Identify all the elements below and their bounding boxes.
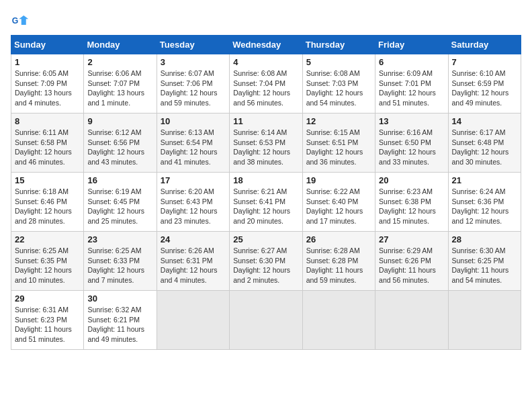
day-info: Sunrise: 6:05 AM Sunset: 7:09 PM Dayligh… <box>15 68 80 108</box>
day-info: Sunrise: 6:12 AM Sunset: 6:56 PM Dayligh… <box>87 128 152 167</box>
header-thursday: Thursday <box>302 36 375 54</box>
day-info: Sunrise: 6:29 AM Sunset: 6:26 PM Dayligh… <box>379 246 444 285</box>
day-cell: 15 Sunrise: 6:18 AM Sunset: 6:46 PM Dayl… <box>11 173 84 232</box>
day-info: Sunrise: 6:18 AM Sunset: 6:46 PM Dayligh… <box>15 187 80 226</box>
day-number: 10 <box>161 116 226 126</box>
day-number: 20 <box>379 175 444 185</box>
day-cell <box>230 291 302 350</box>
week-row-3: 15 Sunrise: 6:18 AM Sunset: 6:46 PM Dayl… <box>11 173 521 232</box>
day-cell: 6 Sunrise: 6:09 AM Sunset: 7:01 PM Dayli… <box>375 54 448 113</box>
day-cell: 21 Sunrise: 6:24 AM Sunset: 6:36 PM Dayl… <box>448 173 521 232</box>
day-number: 11 <box>233 116 298 126</box>
day-info: Sunrise: 6:08 AM Sunset: 7:03 PM Dayligh… <box>306 68 371 108</box>
day-cell: 3 Sunrise: 6:07 AM Sunset: 7:06 PM Dayli… <box>157 54 229 113</box>
day-cell: 14 Sunrise: 6:17 AM Sunset: 6:48 PM Dayl… <box>448 113 521 173</box>
day-info: Sunrise: 6:23 AM Sunset: 6:38 PM Dayligh… <box>379 187 444 226</box>
day-cell: 13 Sunrise: 6:16 AM Sunset: 6:50 PM Dayl… <box>375 113 448 173</box>
header-friday: Friday <box>375 36 448 54</box>
day-cell: 25 Sunrise: 6:27 AM Sunset: 6:30 PM Dayl… <box>230 232 302 291</box>
day-cell: 18 Sunrise: 6:21 AM Sunset: 6:41 PM Dayl… <box>230 173 302 232</box>
day-cell: 20 Sunrise: 6:23 AM Sunset: 6:38 PM Dayl… <box>375 173 448 232</box>
day-number: 22 <box>15 234 80 244</box>
day-info: Sunrise: 6:14 AM Sunset: 6:53 PM Dayligh… <box>233 128 298 167</box>
day-info: Sunrise: 6:15 AM Sunset: 6:51 PM Dayligh… <box>306 128 371 167</box>
day-cell: 19 Sunrise: 6:22 AM Sunset: 6:40 PM Dayl… <box>302 173 375 232</box>
day-number: 4 <box>233 57 298 67</box>
day-info: Sunrise: 6:19 AM Sunset: 6:45 PM Dayligh… <box>87 187 152 226</box>
day-number: 23 <box>87 234 152 244</box>
day-number: 15 <box>15 175 80 185</box>
day-number: 7 <box>452 57 517 67</box>
day-info: Sunrise: 6:11 AM Sunset: 6:58 PM Dayligh… <box>15 128 80 167</box>
day-cell <box>157 291 229 350</box>
day-cell: 8 Sunrise: 6:11 AM Sunset: 6:58 PM Dayli… <box>11 113 84 173</box>
day-cell: 2 Sunrise: 6:06 AM Sunset: 7:07 PM Dayli… <box>84 54 157 113</box>
logo: G <box>11 11 32 30</box>
day-number: 5 <box>306 57 371 67</box>
day-number: 6 <box>379 57 444 67</box>
header-wednesday: Wednesday <box>230 36 302 54</box>
day-cell: 22 Sunrise: 6:25 AM Sunset: 6:35 PM Dayl… <box>11 232 84 291</box>
day-number: 9 <box>87 116 152 126</box>
day-cell: 29 Sunrise: 6:31 AM Sunset: 6:23 PM Dayl… <box>11 291 84 350</box>
day-number: 24 <box>161 234 226 244</box>
logo-icon: G <box>11 11 30 30</box>
day-cell: 10 Sunrise: 6:13 AM Sunset: 6:54 PM Dayl… <box>157 113 229 173</box>
day-cell <box>448 291 521 350</box>
day-cell: 23 Sunrise: 6:25 AM Sunset: 6:33 PM Dayl… <box>84 232 157 291</box>
day-info: Sunrise: 6:17 AM Sunset: 6:48 PM Dayligh… <box>452 128 517 167</box>
day-info: Sunrise: 6:26 AM Sunset: 6:31 PM Dayligh… <box>161 246 226 285</box>
day-number: 8 <box>15 116 80 126</box>
day-number: 25 <box>233 234 298 244</box>
day-info: Sunrise: 6:25 AM Sunset: 6:33 PM Dayligh… <box>87 246 152 285</box>
day-number: 27 <box>379 234 444 244</box>
week-row-2: 8 Sunrise: 6:11 AM Sunset: 6:58 PM Dayli… <box>11 113 521 173</box>
day-number: 28 <box>452 234 517 244</box>
week-row-1: 1 Sunrise: 6:05 AM Sunset: 7:09 PM Dayli… <box>11 54 521 113</box>
day-number: 26 <box>306 234 371 244</box>
header-saturday: Saturday <box>448 36 521 54</box>
day-info: Sunrise: 6:24 AM Sunset: 6:36 PM Dayligh… <box>452 187 517 226</box>
day-cell: 16 Sunrise: 6:19 AM Sunset: 6:45 PM Dayl… <box>84 173 157 232</box>
header-monday: Monday <box>84 36 157 54</box>
day-number: 14 <box>452 116 517 126</box>
day-info: Sunrise: 6:06 AM Sunset: 7:07 PM Dayligh… <box>87 68 152 108</box>
day-cell: 17 Sunrise: 6:20 AM Sunset: 6:43 PM Dayl… <box>157 173 229 232</box>
day-number: 13 <box>379 116 444 126</box>
day-info: Sunrise: 6:25 AM Sunset: 6:35 PM Dayligh… <box>15 246 80 285</box>
day-info: Sunrise: 6:20 AM Sunset: 6:43 PM Dayligh… <box>161 187 226 226</box>
day-info: Sunrise: 6:30 AM Sunset: 6:25 PM Dayligh… <box>452 246 517 285</box>
header-sunday: Sunday <box>11 36 84 54</box>
day-cell <box>302 291 375 350</box>
day-info: Sunrise: 6:10 AM Sunset: 6:59 PM Dayligh… <box>452 68 517 108</box>
day-cell: 30 Sunrise: 6:32 AM Sunset: 6:21 PM Dayl… <box>84 291 157 350</box>
day-info: Sunrise: 6:16 AM Sunset: 6:50 PM Dayligh… <box>379 128 444 167</box>
day-info: Sunrise: 6:08 AM Sunset: 7:04 PM Dayligh… <box>233 68 298 108</box>
page-header: G <box>11 11 521 30</box>
svg-marker-1 <box>19 15 28 25</box>
week-row-4: 22 Sunrise: 6:25 AM Sunset: 6:35 PM Dayl… <box>11 232 521 291</box>
svg-text:G: G <box>12 16 19 26</box>
day-number: 12 <box>306 116 371 126</box>
day-number: 21 <box>452 175 517 185</box>
day-number: 18 <box>233 175 298 185</box>
day-cell: 9 Sunrise: 6:12 AM Sunset: 6:56 PM Dayli… <box>84 113 157 173</box>
week-row-5: 29 Sunrise: 6:31 AM Sunset: 6:23 PM Dayl… <box>11 291 521 350</box>
day-cell: 7 Sunrise: 6:10 AM Sunset: 6:59 PM Dayli… <box>448 54 521 113</box>
day-cell: 11 Sunrise: 6:14 AM Sunset: 6:53 PM Dayl… <box>230 113 302 173</box>
day-info: Sunrise: 6:09 AM Sunset: 7:01 PM Dayligh… <box>379 68 444 108</box>
calendar-table: SundayMondayTuesdayWednesdayThursdayFrid… <box>11 35 521 350</box>
day-info: Sunrise: 6:28 AM Sunset: 6:28 PM Dayligh… <box>306 246 371 285</box>
day-info: Sunrise: 6:13 AM Sunset: 6:54 PM Dayligh… <box>161 128 226 167</box>
day-cell <box>375 291 448 350</box>
day-number: 17 <box>161 175 226 185</box>
header-row: SundayMondayTuesdayWednesdayThursdayFrid… <box>11 36 521 54</box>
day-number: 19 <box>306 175 371 185</box>
day-info: Sunrise: 6:22 AM Sunset: 6:40 PM Dayligh… <box>306 187 371 226</box>
day-number: 3 <box>161 57 226 67</box>
day-number: 1 <box>15 57 80 67</box>
day-cell: 5 Sunrise: 6:08 AM Sunset: 7:03 PM Dayli… <box>302 54 375 113</box>
day-number: 29 <box>15 293 80 304</box>
day-number: 16 <box>87 175 152 185</box>
day-info: Sunrise: 6:31 AM Sunset: 6:23 PM Dayligh… <box>15 305 80 345</box>
